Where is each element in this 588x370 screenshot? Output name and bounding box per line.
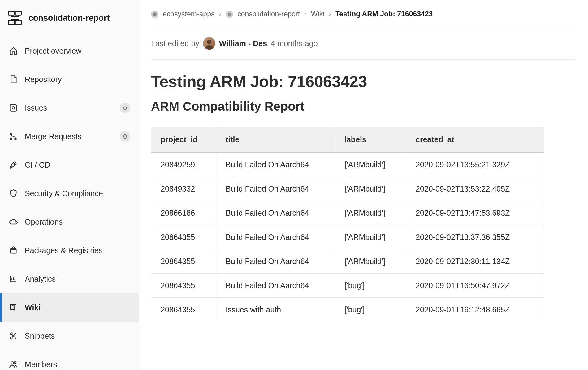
- breadcrumb: ecosystem-apps › consolidation-report › …: [151, 10, 576, 27]
- cell-created_at: 2020-09-02T13:55:21.329Z: [406, 152, 544, 177]
- svg-point-7: [10, 138, 12, 139]
- cell-title: Issues with auth: [216, 298, 335, 322]
- users-icon: [9, 360, 18, 369]
- svg-rect-2: [8, 21, 15, 25]
- cell-created_at: 2020-09-01T16:12:48.665Z: [406, 298, 544, 322]
- cell-labels: ['ARMbuild']: [335, 201, 406, 225]
- cell-project_id: 20849332: [151, 177, 216, 201]
- table-row: 20864355Build Failed On Aarch64['ARMbuil…: [151, 249, 544, 274]
- table-header-title: title: [216, 127, 335, 153]
- sidebar-item-merge-requests[interactable]: Merge Requests0: [0, 122, 139, 151]
- cell-created_at: 2020-09-02T13:47:53.693Z: [406, 201, 544, 225]
- sidebar-item-operations[interactable]: Operations: [0, 208, 139, 236]
- section-title: ARM Compatibility Report: [151, 99, 576, 119]
- sidebar-item-security-compliance[interactable]: Security & Compliance: [0, 179, 139, 208]
- cell-labels: ['bug']: [335, 274, 406, 298]
- cell-created_at: 2020-09-02T12:30:11.134Z: [406, 249, 544, 274]
- svg-point-11: [10, 333, 12, 335]
- sidebar: consolidation-report Project overviewRep…: [0, 0, 139, 370]
- sidebar-item-ci-cd[interactable]: CI / CD: [0, 151, 139, 179]
- svg-point-6: [10, 133, 12, 134]
- table-row: 20864355Build Failed On Aarch64['bug']20…: [151, 274, 544, 298]
- author-name[interactable]: William - Des: [219, 39, 267, 48]
- cell-project_id: 20849259: [151, 152, 216, 177]
- table-row: 20864355Issues with auth['bug']2020-09-0…: [151, 298, 544, 322]
- svg-point-5: [12, 107, 15, 109]
- breadcrumb-current: Testing ARM Job: 716063423: [335, 10, 433, 18]
- cell-labels: ['ARMbuild']: [335, 225, 406, 249]
- svg-rect-16: [228, 13, 231, 15]
- chart-icon: [9, 274, 18, 284]
- table-row: 20849259Build Failed On Aarch64['ARMbuil…: [151, 152, 544, 177]
- project-avatar-icon: [6, 9, 24, 27]
- cell-title: Build Failed On Aarch64: [216, 177, 335, 201]
- issue-icon: [9, 103, 18, 112]
- cell-project_id: 20864355: [151, 274, 216, 298]
- sidebar-item-analytics[interactable]: Analytics: [0, 265, 139, 293]
- report-table: project_idtitlelabelscreated_at 20849259…: [151, 127, 544, 322]
- sidebar-item-label: Project overview: [25, 46, 130, 55]
- sidebar-nav: Project overviewRepositoryIssues0Merge R…: [0, 35, 139, 370]
- sidebar-item-repository[interactable]: Repository: [0, 65, 139, 94]
- cell-project_id: 20864355: [151, 225, 216, 249]
- cell-title: Build Failed On Aarch64: [216, 274, 335, 298]
- chevron-right-icon: ›: [329, 10, 331, 18]
- chevron-right-icon: ›: [219, 10, 221, 18]
- project-header[interactable]: consolidation-report: [0, 0, 139, 35]
- author-avatar-icon: [203, 37, 215, 50]
- svg-point-9: [14, 163, 15, 165]
- svg-point-13: [11, 362, 13, 364]
- sidebar-item-label: Security & Compliance: [25, 189, 130, 198]
- chevron-right-icon: ›: [304, 10, 307, 18]
- svg-point-15: [153, 12, 157, 16]
- svg-point-8: [15, 138, 16, 139]
- book-icon: [9, 303, 18, 312]
- sidebar-item-label: Merge Requests: [25, 132, 120, 141]
- group-icon: [151, 11, 158, 18]
- sidebar-item-issues[interactable]: Issues0: [0, 94, 139, 122]
- cell-created_at: 2020-09-02T13:53:22.405Z: [406, 177, 544, 201]
- cell-created_at: 2020-09-02T13:37:36.355Z: [406, 225, 544, 249]
- doc-icon: [9, 75, 18, 84]
- last-edited-meta: Last edited by William - Des 4 months ag…: [151, 27, 576, 60]
- sidebar-item-project-overview[interactable]: Project overview: [0, 37, 139, 65]
- project-name: consolidation-report: [28, 13, 110, 23]
- cell-labels: ['ARMbuild']: [335, 177, 406, 201]
- cell-title: Build Failed On Aarch64: [216, 152, 335, 177]
- cell-title: Build Failed On Aarch64: [216, 201, 335, 225]
- breadcrumb-section[interactable]: Wiki: [311, 10, 324, 18]
- sidebar-item-packages-registries[interactable]: Packages & Registries: [0, 236, 139, 265]
- cloud-icon: [9, 217, 18, 227]
- sidebar-item-label: Operations: [25, 218, 130, 227]
- svg-rect-3: [15, 21, 21, 25]
- table-header-project_id: project_id: [151, 127, 216, 153]
- breadcrumb-project[interactable]: consolidation-report: [237, 10, 300, 18]
- svg-point-17: [207, 40, 211, 44]
- svg-point-14: [14, 362, 16, 364]
- cell-labels: ['bug']: [335, 298, 406, 322]
- cell-title: Build Failed On Aarch64: [216, 225, 335, 249]
- sidebar-item-label: Repository: [25, 75, 130, 84]
- cell-project_id: 20864355: [151, 298, 216, 322]
- cell-project_id: 20864355: [151, 249, 216, 274]
- sidebar-item-snippets[interactable]: Snippets: [0, 322, 139, 350]
- cell-labels: ['ARMbuild']: [335, 249, 406, 274]
- sidebar-item-label: CI / CD: [25, 161, 130, 170]
- main-content: ecosystem-apps › consolidation-report › …: [139, 0, 588, 370]
- sidebar-item-label: Wiki: [25, 303, 130, 312]
- svg-rect-4: [10, 105, 17, 111]
- sidebar-item-wiki[interactable]: Wiki: [0, 293, 139, 322]
- cell-labels: ['ARMbuild']: [335, 152, 406, 177]
- cell-created_at: 2020-09-01T16:50:47.972Z: [406, 274, 544, 298]
- last-edited-label: Last edited by: [151, 39, 199, 48]
- scissors-icon: [9, 331, 18, 341]
- project-icon: [226, 11, 233, 18]
- svg-rect-10: [11, 249, 16, 253]
- last-edited-time: 4 months ago: [271, 39, 318, 48]
- table-row: 20849332Build Failed On Aarch64['ARMbuil…: [151, 177, 544, 201]
- sidebar-item-label: Snippets: [25, 332, 130, 341]
- sidebar-item-members[interactable]: Members: [0, 350, 139, 370]
- breadcrumb-group[interactable]: ecosystem-apps: [163, 10, 214, 18]
- sidebar-item-label: Packages & Registries: [25, 246, 130, 255]
- table-row: 20866186Build Failed On Aarch64['ARMbuil…: [151, 201, 544, 225]
